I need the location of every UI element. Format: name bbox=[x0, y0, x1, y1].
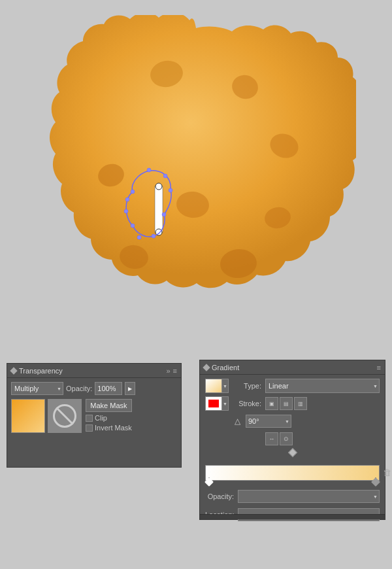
transparency-controls-row2: Make Mask Clip Invert Mask bbox=[11, 399, 177, 433]
gradient-icons-row: ↔ ⊙ bbox=[205, 432, 380, 446]
transparency-diamond-icon bbox=[10, 367, 17, 374]
thumbnail-gradient bbox=[11, 399, 45, 433]
invert-mask-label: Invert Mask bbox=[95, 424, 132, 432]
blend-mode-select[interactable]: Multiply bbox=[11, 382, 63, 395]
canvas-area bbox=[0, 0, 392, 363]
svg-point-19 bbox=[124, 209, 128, 213]
gradient-panel-title-area: Gradient bbox=[204, 364, 239, 371]
gradient-stroke-row: ▼ Stroke: ▣ ▤ ▥ bbox=[205, 396, 380, 411]
stroke-swatch-arrow[interactable]: ▼ bbox=[222, 396, 229, 411]
gradient-panel: Gradient ≡ ▼ Type: Linear bbox=[199, 360, 385, 520]
thumbnail-blocked-fill bbox=[48, 400, 81, 432]
type-select-wrapper[interactable]: Linear bbox=[265, 379, 380, 393]
transparency-header-controls: » ≡ bbox=[166, 367, 177, 375]
gradient-stop-area bbox=[205, 449, 380, 456]
opacity-arrow-btn[interactable]: ▶ bbox=[125, 382, 135, 395]
gradient-swatch-group: ▼ bbox=[205, 379, 229, 393]
transparency-panel-header: Transparency » ≡ bbox=[7, 364, 181, 378]
gradient-opacity-row: Opacity: bbox=[205, 490, 380, 503]
stroke-btn-3[interactable]: ▥ bbox=[294, 397, 307, 410]
gradient-diamond-icon bbox=[203, 364, 210, 371]
gradient-reverse-icon[interactable]: ↔ bbox=[265, 432, 278, 445]
transparency-panel-title: Transparency bbox=[19, 367, 63, 375]
opacity-label: Opacity: bbox=[66, 385, 92, 392]
clip-row: Clip bbox=[86, 414, 132, 422]
stroke-icons-group: ▣ ▤ ▥ bbox=[265, 397, 307, 410]
clip-label: Clip bbox=[95, 414, 107, 422]
gradient-swatch-arrow[interactable]: ▼ bbox=[222, 379, 229, 393]
panels-area: Transparency » ≡ Multiply Opacity: ▶ bbox=[0, 363, 392, 569]
svg-point-15 bbox=[162, 213, 166, 216]
gradient-icons-placeholder bbox=[205, 414, 222, 428]
gradient-swatch-preview[interactable] bbox=[205, 379, 222, 393]
stroke-btn-2[interactable]: ▤ bbox=[280, 397, 293, 410]
gradient-panel-title: Gradient bbox=[212, 364, 239, 371]
svg-point-13 bbox=[163, 174, 167, 178]
transparency-panel: Transparency » ≡ Multiply Opacity: ▶ bbox=[7, 363, 182, 468]
gradient-diamond-stop bbox=[205, 449, 380, 456]
transparency-controls-row1: Multiply Opacity: ▶ bbox=[11, 382, 177, 395]
gradient-opacity-select[interactable] bbox=[238, 490, 380, 503]
opacity-input[interactable] bbox=[95, 382, 122, 395]
stroke-label: Stroke: bbox=[233, 400, 261, 407]
svg-point-17 bbox=[137, 235, 141, 239]
gradient-icons-placeholder2 bbox=[222, 414, 229, 428]
svg-point-20 bbox=[125, 198, 129, 201]
trash-icon[interactable]: 🗑 bbox=[383, 468, 391, 477]
thumbnail-mask bbox=[48, 399, 82, 433]
transparency-panel-title-area: Transparency bbox=[11, 367, 63, 375]
blend-mode-wrapper[interactable]: Multiply bbox=[11, 382, 63, 395]
invert-mask-row: Invert Mask bbox=[86, 424, 132, 432]
gradient-panel-bottom-bar bbox=[200, 514, 385, 519]
gradient-opacity-select-wrapper[interactable] bbox=[238, 490, 380, 503]
transparency-panel-body: Multiply Opacity: ▶ bbox=[7, 378, 181, 437]
svg-point-12 bbox=[147, 168, 151, 172]
stroke-btn-1[interactable]: ▣ bbox=[265, 397, 278, 410]
angle-triangle-icon: △ bbox=[233, 417, 242, 426]
stroke-swatch[interactable] bbox=[205, 396, 222, 411]
panel-menu-icon[interactable]: ≡ bbox=[173, 367, 177, 375]
cookie-svg bbox=[36, 15, 356, 349]
svg-point-9 bbox=[155, 183, 162, 190]
gradient-bar[interactable] bbox=[205, 465, 380, 481]
invert-mask-checkbox[interactable] bbox=[86, 424, 93, 432]
thumbnail-boxes bbox=[11, 399, 82, 433]
panel-expand-icon[interactable]: » bbox=[166, 367, 170, 375]
type-label: Type: bbox=[233, 382, 261, 390]
gradient-extra-icons: ↔ ⊙ bbox=[265, 432, 293, 445]
stroke-swatch-group: ▼ bbox=[205, 396, 229, 411]
gradient-midpoint-diamond[interactable] bbox=[287, 448, 297, 457]
gradient-panel-body: ▼ Type: Linear ▼ bbox=[200, 375, 385, 525]
angle-select[interactable]: 90° bbox=[246, 415, 291, 428]
svg-point-14 bbox=[169, 188, 172, 192]
gradient-panel-menu-icon[interactable]: ≡ bbox=[377, 364, 381, 371]
gradient-angle-row: △ 90° bbox=[205, 414, 380, 428]
blocked-circle-icon bbox=[53, 404, 76, 428]
svg-point-10 bbox=[155, 229, 162, 235]
gradient-icon-spacer bbox=[205, 432, 229, 446]
clip-checkbox[interactable] bbox=[86, 415, 93, 422]
gradient-bar-row: 🗑 bbox=[205, 465, 380, 481]
svg-rect-8 bbox=[155, 186, 163, 232]
mask-buttons-area: Make Mask Clip Invert Mask bbox=[86, 399, 132, 432]
svg-point-18 bbox=[131, 224, 135, 228]
svg-point-16 bbox=[152, 234, 155, 238]
svg-point-11 bbox=[131, 190, 135, 194]
type-select[interactable]: Linear bbox=[265, 379, 380, 393]
gradient-type-row: ▼ Type: Linear bbox=[205, 379, 380, 393]
gradient-transform-group bbox=[205, 414, 229, 428]
gradient-opacity-label: Opacity: bbox=[205, 492, 234, 500]
thumbnail-gradient-fill bbox=[12, 400, 44, 432]
angle-select-wrapper[interactable]: 90° bbox=[246, 415, 291, 428]
make-mask-button[interactable]: Make Mask bbox=[86, 399, 132, 412]
gradient-panel-header: Gradient ≡ bbox=[200, 360, 385, 375]
gradient-header-controls: ≡ bbox=[377, 364, 381, 371]
gradient-random-icon[interactable]: ⊙ bbox=[280, 432, 293, 445]
